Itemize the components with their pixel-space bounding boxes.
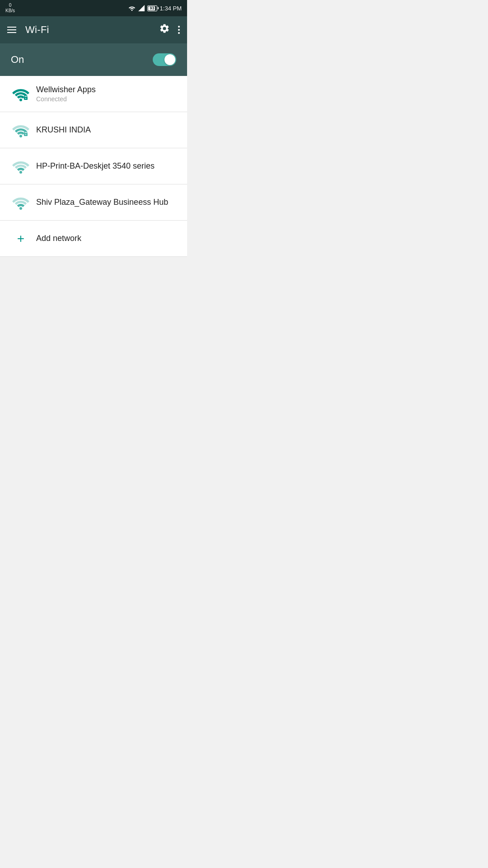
app-bar: Wi-Fi — [0, 16, 187, 43]
more-options-button[interactable] — [178, 26, 180, 34]
svg-point-0 — [131, 10, 132, 11]
network-item[interactable]: HP-Print-BA-Deskjet 3540 series — [0, 148, 187, 184]
network-name: Shiv Plaza_Gateway Busineess Hub — [36, 198, 178, 207]
network-name: Wellwisher Apps — [36, 85, 178, 94]
status-bar: 0 KB/s 93 1:34 PM — [0, 0, 187, 16]
network-info: HP-Print-BA-Deskjet 3540 series — [36, 161, 178, 171]
add-network-button[interactable]: + Add network — [0, 221, 187, 257]
network-info: Shiv Plaza_Gateway Busineess Hub — [36, 198, 178, 207]
network-item[interactable]: KRUSHI INDIA — [0, 112, 187, 148]
svg-point-2 — [19, 99, 22, 101]
svg-point-5 — [19, 135, 22, 137]
wifi-signal-icon — [9, 122, 33, 138]
wifi-status-icon — [128, 5, 136, 11]
wifi-signal-icon — [9, 86, 33, 102]
wifi-signal-icon — [9, 194, 33, 211]
wifi-toggle-section: On — [0, 43, 187, 76]
network-info: Wellwisher Apps Connected — [36, 85, 178, 103]
network-info: KRUSHI INDIA — [36, 125, 178, 135]
toggle-knob — [164, 54, 175, 65]
app-bar-actions — [159, 23, 180, 37]
network-list: Wellwisher Apps Connected KRUSHI INDIA — [0, 76, 187, 257]
network-status: Connected — [36, 95, 178, 103]
add-network-label: Add network — [36, 234, 81, 243]
battery-icon: 93 — [147, 5, 157, 11]
wifi-toggle[interactable] — [153, 53, 176, 66]
status-icons: 93 1:34 PM — [128, 5, 182, 12]
svg-point-7 — [25, 134, 26, 135]
menu-button[interactable] — [7, 27, 16, 33]
clock: 1:34 PM — [160, 5, 182, 12]
network-item[interactable]: Wellwisher Apps Connected — [0, 76, 187, 112]
settings-button[interactable] — [159, 23, 170, 37]
plus-icon: + — [9, 231, 33, 246]
wifi-toggle-label: On — [11, 54, 24, 66]
network-name: HP-Print-BA-Deskjet 3540 series — [36, 161, 178, 171]
svg-marker-1 — [138, 5, 145, 11]
network-name: KRUSHI INDIA — [36, 125, 178, 135]
data-speed: 0 KB/s — [5, 3, 15, 14]
svg-point-4 — [25, 98, 26, 99]
network-item[interactable]: Shiv Plaza_Gateway Busineess Hub — [0, 184, 187, 221]
wifi-signal-icon — [9, 158, 33, 175]
signal-icon — [138, 5, 145, 11]
svg-point-9 — [19, 207, 22, 210]
svg-point-8 — [19, 171, 22, 174]
page-title: Wi-Fi — [25, 24, 150, 36]
